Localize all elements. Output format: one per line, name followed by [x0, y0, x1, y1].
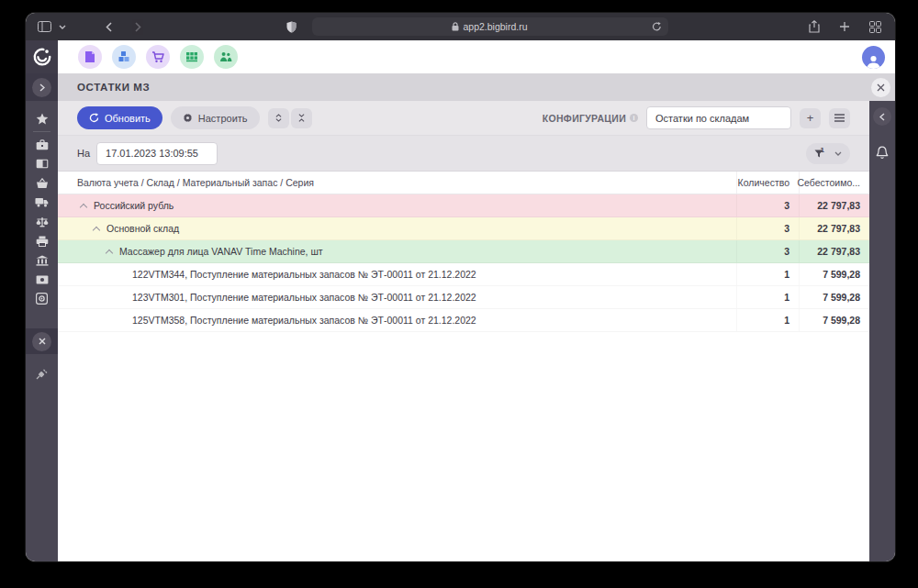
bigbird-logo[interactable]	[26, 40, 58, 73]
refresh-icon	[89, 113, 99, 123]
row-label: 123VTM301, Поступление материальных запа…	[132, 292, 476, 303]
row-label: 122VTM344, Поступление материальных запа…	[132, 269, 476, 280]
info-icon[interactable]: i	[630, 114, 638, 122]
reload-icon[interactable]	[652, 20, 663, 33]
row-label: Российский рубль	[94, 200, 174, 211]
shelves-icon[interactable]	[180, 45, 204, 69]
configuration-value: Остатки по складам	[655, 113, 749, 124]
row-cost: 22 797,83	[799, 194, 869, 216]
browser-toolbar: app2.bigbird.ru	[26, 13, 895, 40]
back-icon[interactable]	[101, 19, 116, 34]
collapse-all-button[interactable]	[291, 108, 312, 128]
table-header: Валюта учета / Склад / Материальный запа…	[58, 172, 869, 194]
configurations-label: КОНФИГУРАЦИИ i	[543, 113, 638, 124]
bank-icon[interactable]	[36, 250, 49, 270]
plug-icon[interactable]	[36, 364, 48, 383]
scales-icon[interactable]	[36, 212, 49, 231]
table-row[interactable]: Российский рубль 3 22 797,83	[58, 194, 869, 217]
page-title-bar: ОСТАТКИ МЗ	[58, 73, 895, 101]
row-cost: 7 599,28	[799, 286, 869, 308]
page-title: ОСТАТКИ МЗ	[77, 82, 150, 93]
filter-count-badge: 1	[821, 146, 824, 154]
filter-chevron-icon[interactable]	[834, 151, 842, 156]
column-header-cost[interactable]: Себестоимо...	[799, 172, 869, 194]
table-row[interactable]: Основной склад 3 22 797,83	[58, 217, 869, 240]
refresh-button-label: Обновить	[105, 113, 151, 124]
privacy-shield-icon[interactable]	[285, 19, 299, 34]
row-label: 125VTM358, Поступление материальных запа…	[132, 315, 476, 326]
bell-icon[interactable]	[876, 146, 889, 163]
configuration-list-button[interactable]	[829, 108, 850, 128]
filter-button[interactable]: 1	[806, 143, 850, 164]
column-header-tree[interactable]: Валюта учета / Склад / Материальный запа…	[58, 177, 736, 188]
row-label: Массажер для лица VANAV Time Machine, шт	[119, 246, 323, 257]
stock-table: Валюта учета / Склад / Материальный запа…	[58, 172, 869, 561]
row-quantity: 3	[736, 194, 799, 216]
cash-icon[interactable]	[36, 270, 49, 289]
date-input[interactable]: 17.01.2023 13:09:55	[96, 142, 218, 165]
app-icon-bar	[78, 45, 238, 69]
gear-square-icon[interactable]	[36, 289, 48, 308]
cart-icon[interactable]	[146, 45, 170, 69]
row-quantity: 1	[736, 309, 799, 331]
configure-button[interactable]: Настроить	[171, 106, 260, 129]
left-sidebar	[26, 73, 58, 561]
forward-icon[interactable]	[130, 19, 145, 34]
sidebar-toggle-icon[interactable]	[37, 19, 51, 34]
page-close-button[interactable]	[871, 78, 890, 97]
collapse-caret-icon[interactable]	[94, 226, 100, 232]
row-quantity: 1	[736, 263, 799, 285]
table-body: Российский рубль 3 22 797,83 Основной ск…	[58, 194, 869, 332]
sidebar-close-button[interactable]	[32, 332, 51, 351]
basket-icon[interactable]	[36, 173, 49, 193]
row-quantity: 1	[736, 286, 799, 308]
row-cost: 7 599,28	[799, 309, 869, 331]
chevron-down-icon[interactable]	[55, 19, 70, 34]
right-sidebar	[869, 101, 895, 561]
briefcase-icon[interactable]	[36, 135, 49, 154]
row-quantity: 3	[736, 217, 799, 239]
table-row[interactable]: 123VTM301, Поступление материальных запа…	[58, 286, 869, 309]
row-quantity: 3	[736, 240, 799, 262]
configure-button-label: Настроить	[198, 113, 248, 124]
people-icon[interactable]	[214, 45, 238, 69]
row-cost: 22 797,83	[799, 217, 869, 239]
row-cost: 22 797,83	[799, 240, 869, 262]
page-content: Обновить Настроить	[58, 101, 869, 561]
date-filter-row: На 17.01.2023 13:09:55 1	[58, 135, 869, 172]
truck-icon[interactable]	[35, 193, 49, 212]
row-label: Основной склад	[106, 223, 179, 234]
table-row[interactable]: Массажер для лица VANAV Time Machine, шт…	[58, 240, 869, 263]
url-text: app2.bigbird.ru	[463, 21, 527, 32]
star-icon[interactable]	[36, 109, 49, 128]
expand-all-button[interactable]	[268, 108, 289, 128]
row-cost: 7 599,28	[799, 263, 869, 285]
new-tab-icon[interactable]	[837, 19, 852, 34]
table-row[interactable]: 125VTM358, Поступление материальных запа…	[58, 309, 869, 332]
printer-icon[interactable]	[36, 231, 49, 250]
table-row[interactable]: 122VTM344, Поступление материальных запа…	[58, 263, 869, 286]
documents-icon[interactable]	[78, 45, 102, 69]
date-value: 17.01.2023 13:09:55	[106, 148, 198, 159]
address-bar[interactable]: app2.bigbird.ru	[312, 17, 668, 36]
gear-icon	[183, 113, 193, 123]
share-icon[interactable]	[807, 19, 822, 34]
browser-window: app2.bigbird.ru	[26, 13, 895, 561]
collapse-caret-icon[interactable]	[106, 249, 113, 255]
panel-collapse-button[interactable]	[873, 107, 891, 126]
tab-overview-icon[interactable]	[868, 19, 882, 34]
supplies-icon[interactable]	[112, 45, 136, 69]
page-toolbar: Обновить Настроить	[58, 101, 869, 135]
refresh-button[interactable]: Обновить	[77, 106, 162, 129]
add-configuration-button[interactable]: +	[800, 108, 821, 128]
book-icon[interactable]	[36, 154, 49, 173]
collapse-caret-icon[interactable]	[81, 203, 87, 209]
app-header	[26, 40, 895, 73]
user-avatar[interactable]	[862, 46, 885, 69]
column-header-quantity[interactable]: Количество	[736, 172, 799, 194]
sidebar-expand-button[interactable]	[32, 78, 51, 97]
date-label: На	[77, 148, 90, 159]
lock-icon	[452, 19, 459, 34]
configuration-select[interactable]: Остатки по складам	[646, 106, 791, 129]
